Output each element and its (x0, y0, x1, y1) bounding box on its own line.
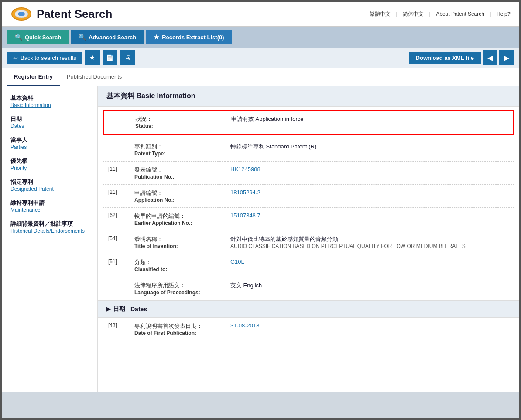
chevron-right-icon: ▶ (106, 306, 110, 312)
classification-row: [51] 分類： Classified to: G10L (103, 254, 514, 277)
arrow-left-icon: ↩ (13, 55, 18, 61)
patent-type-zh-label: 專利類別： (134, 143, 220, 151)
first-pub-row: [43] 專利說明書首次發表日期： Date of First Publicat… (103, 318, 514, 341)
app-no-zh-label: 申請編號： (134, 189, 220, 197)
nav-bar: 🔍 Quick Search 🔍 Advanced Search ★ Recor… (2, 27, 519, 48)
title-row: [54] 發明名稱： Title of Invention: 針對中低比特率的基… (103, 231, 514, 254)
earlier-app-no-row: [62] 較早的申請的編號： Earlier Application No.: … (103, 208, 514, 231)
earlier-app-no-en-label: Earlier Application No.: (134, 220, 220, 226)
title-en-label: Title of Invention: (134, 243, 220, 249)
tab-published-documents[interactable]: Published Documents (60, 68, 129, 86)
sidebar-en-label: Designated Patent (10, 186, 89, 192)
title-en-value: AUDIO CLASSIFICATION BASED ON PERCEPTUAL… (230, 243, 509, 249)
first-pub-en-label: Date of First Publication: (134, 330, 220, 336)
records-extract-button[interactable]: ★ Records Extract List(0) (146, 30, 232, 44)
status-table: 狀況： Status: 申請有效 Application in force (104, 111, 513, 134)
sidebar-zh-label: 日期 (10, 115, 89, 123)
language-zh-label: 法律程序所用語文： (134, 282, 220, 289)
classification-value[interactable]: G10L (230, 258, 244, 265)
help-link[interactable]: Help? (497, 11, 511, 17)
patent-type-en-label: Patent Type: (134, 151, 220, 157)
sidebar-zh-label: 詳細背景資料／批註事項 (10, 220, 89, 228)
arrow-right-icon: ▶ (504, 54, 509, 62)
toolbar: ↩ Back to search results ★ 📄 🖨 Download … (2, 48, 519, 68)
classification-en-label: Classified to: (134, 266, 220, 272)
app-no-en-label: Application No.: (134, 197, 220, 203)
status-highlight-box: 狀況： Status: 申請有效 Application in force (103, 110, 514, 135)
pub-no-en-label: Publication No.: (134, 174, 220, 180)
pub-no-row: [11] 發表編號： Publication No.: HK1245988 (103, 162, 514, 185)
quick-search-button[interactable]: 🔍 Quick Search (7, 30, 69, 44)
language-row: 法律程序所用語文： Language of Proceedings: 英文 En… (103, 277, 514, 300)
status-row: 狀況： Status: 申請有效 Application in force (104, 111, 513, 134)
status-value: 申請有效 Application in force (231, 116, 303, 122)
prev-record-button[interactable]: ◀ (483, 50, 497, 65)
sidebar-item-historical[interactable]: 詳細背景資料／批註事項 Historical Details/Endorseme… (2, 217, 97, 238)
advanced-search-button[interactable]: 🔍 Advanced Search (71, 30, 144, 44)
earlier-app-no-zh-label: 較早的申請的編號： (134, 212, 220, 220)
app-no-row: [21] 申請編號： Application No.: 18105294.2 (103, 185, 514, 208)
header: Patent Search 繁體中文 ｜ 简体中文 ｜ About Patent… (2, 2, 519, 27)
main-content: 基本資料 Basic Information 日期 Dates 當事人 Part… (2, 86, 519, 392)
earlier-app-no-value[interactable]: 15107348.7 (230, 212, 260, 219)
search-icon: 🔍 (79, 34, 86, 41)
lang-simplified-chinese[interactable]: 简体中文 (403, 10, 424, 18)
download-xml-button[interactable]: Download as XML file (409, 52, 481, 64)
tabs: Register Entry Published Documents (2, 68, 519, 86)
app-title: Patent Search (37, 7, 112, 21)
dates-section-header[interactable]: ▶ 日期 Dates (98, 300, 519, 318)
pub-no-value[interactable]: HK1245988 (230, 166, 260, 172)
print-button[interactable]: 🖨 (120, 50, 135, 65)
basic-info-header: 基本資料 Basic Information (98, 86, 519, 107)
app-no-value[interactable]: 18105294.2 (230, 189, 260, 196)
sidebar-item-basic-info[interactable]: 基本資料 Basic Information (2, 91, 97, 112)
language-en-label: Language of Proceedings: (134, 289, 220, 296)
about-link[interactable]: About Patent Search (436, 11, 484, 17)
sidebar-en-label: Basic Information (10, 102, 89, 108)
first-pub-value: 31-08-2018 (230, 322, 260, 329)
sidebar-zh-label: 維持專利申請 (10, 199, 89, 207)
sidebar-zh-label: 指定專利 (10, 178, 89, 186)
bookmark-button[interactable]: ★ (85, 50, 100, 65)
sidebar-en-label: Dates (10, 123, 89, 129)
status-zh-label: 狀況： (135, 115, 221, 123)
logo-area: Patent Search (10, 6, 112, 22)
tab-register-entry[interactable]: Register Entry (7, 68, 60, 86)
search-icon: 🔍 (15, 34, 22, 41)
sidebar-zh-label: 優先權 (10, 157, 89, 165)
document-button[interactable]: 📄 (103, 50, 117, 65)
printer-icon: 🖨 (124, 54, 130, 61)
toolbar-left: ↩ Back to search results ★ 📄 🖨 (7, 50, 135, 65)
sidebar-en-label: Historical Details/Endorsements (10, 228, 89, 234)
sidebar-zh-label: 基本資料 (10, 94, 89, 102)
sidebar-item-dates[interactable]: 日期 Dates (2, 112, 97, 133)
next-record-button[interactable]: ▶ (499, 50, 514, 65)
sidebar-item-priority[interactable]: 優先權 Priority (2, 154, 97, 175)
dates-table: [43] 專利說明書首次發表日期： Date of First Publicat… (103, 318, 514, 341)
sidebar: 基本資料 Basic Information 日期 Dates 當事人 Part… (2, 86, 98, 392)
logo-icon (10, 6, 32, 22)
title-zh-label: 發明名稱： (134, 235, 220, 243)
language-value: 英文 English (230, 282, 262, 289)
classification-zh-label: 分類： (134, 258, 220, 266)
content-area: 基本資料 Basic Information 狀況： Status: 申請有效 … (98, 86, 519, 392)
patent-type-value: 轉錄標準專利 Standard Patent (R) (230, 143, 316, 150)
star-icon: ★ (89, 54, 95, 61)
patent-type-row: 專利類別： Patent Type: 轉錄標準專利 Standard Paten… (103, 138, 514, 162)
star-icon: ★ (154, 34, 159, 41)
status-en-label: Status: (135, 123, 221, 129)
lang-traditional-chinese[interactable]: 繁體中文 (370, 10, 391, 18)
title-zh-value: 針對中低比特率的基於感知質量的音頻分類 (230, 235, 509, 243)
toolbar-right: Download as XML file ◀ ▶ (409, 50, 514, 65)
arrow-left-icon: ◀ (487, 54, 493, 62)
sidebar-en-label: Priority (10, 165, 89, 171)
sidebar-item-parties[interactable]: 當事人 Parties (2, 133, 97, 154)
back-to-search-button[interactable]: ↩ Back to search results (7, 52, 82, 64)
sidebar-en-label: Parties (10, 144, 89, 150)
document-icon: 📄 (106, 54, 113, 61)
sidebar-zh-label: 當事人 (10, 136, 89, 144)
sidebar-item-maintenance[interactable]: 維持專利申請 Maintenance (2, 196, 97, 217)
sidebar-item-designated-patent[interactable]: 指定專利 Designated Patent (2, 175, 97, 196)
sidebar-en-label: Maintenance (10, 207, 89, 213)
info-table: 專利類別： Patent Type: 轉錄標準專利 Standard Paten… (103, 138, 514, 300)
